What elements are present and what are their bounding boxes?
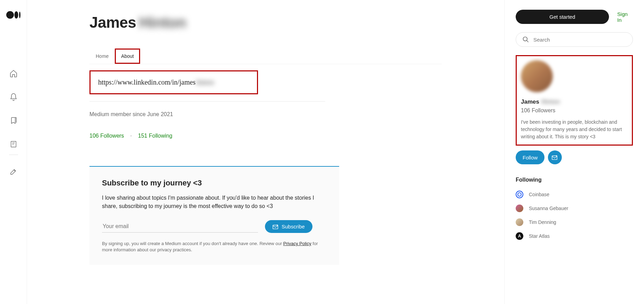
subscribe-button[interactable]: Subscribe bbox=[265, 220, 312, 233]
subscribe-description: I love sharing about topics I'm passiona… bbox=[102, 194, 327, 210]
following-item[interactable]: Susanna Gebauer bbox=[516, 205, 633, 212]
following-item[interactable]: Coinbase bbox=[516, 191, 633, 198]
avatar-icon bbox=[516, 218, 523, 226]
follow-stats: 106 Followers · 151 Following bbox=[89, 133, 442, 139]
bookmarks-icon[interactable] bbox=[9, 116, 18, 125]
subscribe-fineprint: By signing up, you will create a Medium … bbox=[102, 241, 327, 253]
linkedin-url[interactable]: https://www.linkedin.com/in/james bbox=[98, 78, 196, 86]
following-name: Star Atlas bbox=[529, 233, 550, 239]
sidebar-bio: I've been investing in people, blockchai… bbox=[521, 119, 628, 140]
email-input[interactable] bbox=[102, 220, 258, 233]
tab-about[interactable]: About bbox=[115, 49, 140, 64]
follow-button[interactable]: Follow bbox=[516, 150, 544, 164]
following-link[interactable]: 151 Following bbox=[138, 133, 172, 139]
sidebar-followers[interactable]: 106 Followers bbox=[521, 107, 628, 114]
stats-separator: · bbox=[130, 133, 132, 139]
profile-content: James Hinton Home About https://www.link… bbox=[27, 0, 505, 304]
sidebar-name-last-obscured: Hinton bbox=[541, 98, 560, 105]
avatar[interactable] bbox=[521, 60, 553, 92]
stories-icon[interactable] bbox=[9, 140, 18, 148]
subscribe-mail-button[interactable] bbox=[548, 150, 562, 164]
divider bbox=[89, 101, 325, 102]
followers-link[interactable]: 106 Followers bbox=[89, 133, 124, 139]
following-name: Tim Denning bbox=[529, 219, 556, 225]
svg-point-1 bbox=[14, 11, 18, 19]
sidebar-profile-card: James Hinton 106 Followers I've been inv… bbox=[516, 55, 633, 146]
following-name: Coinbase bbox=[529, 192, 549, 197]
search-input[interactable] bbox=[533, 37, 626, 43]
linkedin-url-obscured: hinton bbox=[196, 78, 214, 86]
subscribe-title: Subscribe to my journey <3 bbox=[102, 179, 327, 188]
profile-first-name: James bbox=[89, 14, 136, 31]
svg-point-2 bbox=[19, 12, 20, 18]
search-icon bbox=[522, 36, 529, 43]
mail-plus-icon bbox=[552, 155, 558, 160]
home-icon[interactable] bbox=[9, 69, 18, 78]
get-started-button[interactable]: Get started bbox=[516, 10, 609, 24]
svg-point-7 bbox=[523, 37, 527, 41]
tab-home[interactable]: Home bbox=[89, 49, 115, 64]
subscribe-card: Subscribe to my journey <3 I love sharin… bbox=[89, 166, 339, 265]
following-item[interactable]: A Star Atlas bbox=[516, 232, 633, 240]
following-heading: Following bbox=[516, 177, 633, 183]
following-item[interactable]: Tim Denning bbox=[516, 218, 633, 226]
rail-divider bbox=[9, 155, 18, 155]
right-sidebar: Get started Sign In James Hinton 106 Fol… bbox=[505, 0, 644, 304]
notifications-icon[interactable] bbox=[9, 93, 18, 101]
following-name: Susanna Gebauer bbox=[529, 206, 568, 211]
write-icon[interactable] bbox=[9, 167, 18, 176]
privacy-policy-link[interactable]: Privacy Policy bbox=[283, 241, 311, 246]
avatar-icon bbox=[516, 191, 523, 198]
svg-point-0 bbox=[6, 11, 14, 19]
fineprint-text-1: By signing up, you will create a Medium … bbox=[102, 241, 283, 246]
profile-last-name-obscured: Hinton bbox=[139, 14, 186, 31]
sign-in-link[interactable]: Sign In bbox=[617, 11, 633, 23]
profile-tabs: Home About bbox=[89, 49, 442, 64]
svg-line-8 bbox=[527, 41, 529, 42]
member-since: Medium member since June 2021 bbox=[89, 111, 442, 118]
avatar-icon bbox=[516, 205, 523, 212]
sidebar-name-first: James bbox=[521, 98, 539, 105]
search-box[interactable] bbox=[516, 32, 633, 47]
following-list: Coinbase Susanna Gebauer Tim Denning A S… bbox=[516, 191, 633, 240]
mail-plus-icon bbox=[273, 224, 279, 229]
left-nav-rail bbox=[0, 0, 27, 304]
subscribe-button-label: Subscribe bbox=[282, 224, 305, 229]
avatar-icon: A bbox=[516, 232, 523, 240]
linkedin-link-box: https://www.linkedin.com/in/james hinton bbox=[89, 70, 258, 94]
medium-logo-icon[interactable] bbox=[6, 10, 21, 21]
